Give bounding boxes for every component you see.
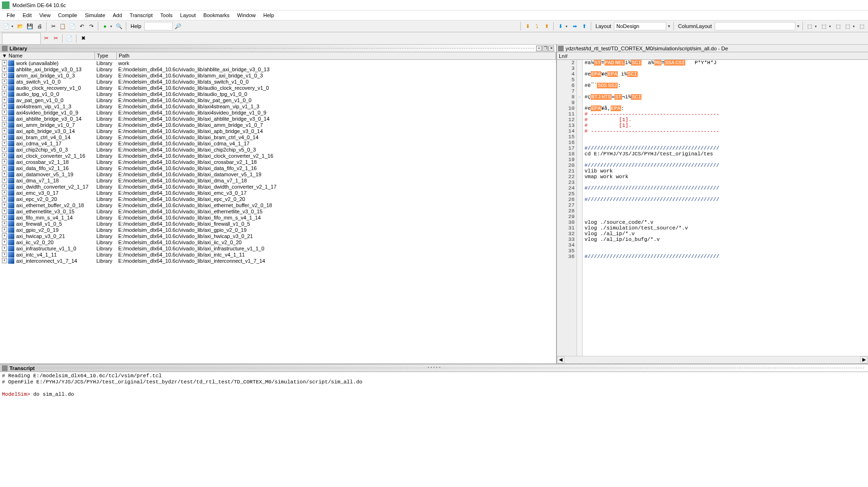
library-row[interactable]: +axi_ethernet_buffer_v2_0_18LibraryE:/mo… <box>0 202 556 208</box>
doc-icon[interactable]: 📄 <box>65 34 74 43</box>
expand-icon[interactable]: + <box>2 190 7 195</box>
expand-icon[interactable]: + <box>2 147 7 152</box>
expand-icon[interactable]: + <box>2 134 7 140</box>
library-row[interactable]: +axi_apb_bridge_v3_0_14LibraryE:/modelsi… <box>0 128 556 134</box>
library-row[interactable]: +axi_gpio_v2_0_19LibraryE:/modelsim_dlx6… <box>0 227 556 233</box>
expand-icon[interactable]: + <box>2 141 7 146</box>
menu-tools[interactable]: Tools <box>157 11 177 19</box>
expand-icon[interactable]: + <box>2 196 7 201</box>
library-row[interactable]: +axi_datamover_v5_1_19LibraryE:/modelsim… <box>0 171 556 177</box>
library-row[interactable]: +av_pat_gen_v1_0_0LibraryE:/modelsim_dlx… <box>0 97 556 103</box>
run-button[interactable]: ⬇ <box>556 22 565 30</box>
library-row[interactable]: +axi_crossbar_v2_1_18LibraryE:/modelsim_… <box>0 159 556 165</box>
library-row[interactable]: +axi_cdma_v4_1_17LibraryE:/modelsim_dlx6… <box>0 140 556 146</box>
menu-compile[interactable]: Compile <box>54 11 81 19</box>
expand-icon[interactable]: + <box>2 73 7 78</box>
tool3-button[interactable]: ⬚ <box>834 22 842 30</box>
editor-hscrollbar[interactable]: ◀ ▶ <box>557 356 868 363</box>
break-button[interactable]: ⬆ <box>580 22 588 30</box>
library-row[interactable]: +axi_infrastructure_v1_1_0LibraryE:/mode… <box>0 245 556 251</box>
library-row[interactable]: +axi_hwicap_v3_0_21LibraryE:/modelsim_dl… <box>0 233 556 239</box>
collayout-dropdown-icon[interactable]: ▼ <box>796 24 800 29</box>
expand-icon[interactable]: + <box>2 60 7 66</box>
expand-icon[interactable]: + <box>2 79 7 84</box>
library-row[interactable]: +axi_dma_v7_1_18LibraryE:/modelsim_dlx64… <box>0 177 556 183</box>
library-row[interactable]: +axi_chip2chip_v5_0_3LibraryE:/modelsim_… <box>0 146 556 153</box>
panel-dock-button[interactable]: + <box>536 46 542 51</box>
library-row[interactable]: +axi4stream_vip_v1_1_3LibraryE:/modelsim… <box>0 103 556 109</box>
expand-icon[interactable]: + <box>2 221 7 226</box>
expand-icon[interactable]: + <box>2 128 7 134</box>
expand-icon[interactable]: + <box>2 178 7 183</box>
panel-close-button[interactable]: ✕ <box>548 46 554 51</box>
library-row[interactable]: +axi_iic_v2_0_20LibraryE:/modelsim_dlx64… <box>0 239 556 245</box>
library-row[interactable]: +work (unavailable)Librarywork <box>0 60 556 66</box>
layout-dropdown-icon[interactable]: ▼ <box>667 24 671 29</box>
expand-icon[interactable]: + <box>2 209 7 214</box>
compile-button[interactable]: ● <box>101 22 109 30</box>
paste-button[interactable]: 📄 <box>68 22 76 30</box>
library-row[interactable]: +axi_interconnect_v1_7_14LibraryE:/model… <box>0 258 556 264</box>
library-row[interactable]: +axi_amm_bridge_v1_0_7LibraryE:/modelsim… <box>0 122 556 128</box>
library-row[interactable]: +axi_ethernetlite_v3_0_15LibraryE:/model… <box>0 208 556 214</box>
save-button[interactable]: 💾 <box>26 22 34 30</box>
find-button[interactable]: 🔍 <box>115 22 123 30</box>
menu-view[interactable]: View <box>36 11 55 19</box>
scroll-right-icon[interactable]: ▶ <box>860 356 868 363</box>
expand-icon[interactable]: + <box>2 67 7 72</box>
library-row[interactable]: +ats_switch_v1_0_0LibraryE:/modelsim_dlx… <box>0 78 556 85</box>
help-search-input[interactable] <box>144 22 173 30</box>
menu-bookmarks[interactable]: Bookmarks <box>199 11 233 19</box>
collayout-select[interactable] <box>715 22 795 30</box>
cut-button[interactable]: ✂ <box>49 22 57 30</box>
expand-icon[interactable]: + <box>2 227 7 232</box>
new-button[interactable]: 📄 <box>2 22 10 30</box>
expand-icon[interactable]: + <box>2 184 7 189</box>
editor-fold-column[interactable]: - <box>577 60 583 356</box>
col-name-header[interactable]: ▼ Name <box>0 52 95 59</box>
expand-icon[interactable]: + <box>2 104 7 109</box>
expand-icon[interactable]: + <box>2 153 7 158</box>
expand-icon[interactable]: + <box>2 252 7 257</box>
expand-icon[interactable]: + <box>2 202 7 208</box>
expand-icon[interactable]: + <box>2 165 7 171</box>
step-into-button[interactable]: ⬇ <box>523 22 532 30</box>
expand-icon[interactable]: + <box>2 97 7 103</box>
menu-help[interactable]: Help <box>259 11 278 19</box>
redo-button[interactable]: ↷ <box>87 22 95 30</box>
open-button[interactable]: 📂 <box>16 22 25 30</box>
library-row[interactable]: +axi_fifo_mm_s_v4_1_14LibraryE:/modelsim… <box>0 214 556 220</box>
menu-add[interactable]: Add <box>109 11 126 19</box>
menu-transcript[interactable]: Transcript <box>126 11 157 19</box>
library-row[interactable]: +axi_data_fifo_v2_1_16LibraryE:/modelsim… <box>0 165 556 171</box>
library-row[interactable]: +axi_epc_v2_0_20LibraryE:/modelsim_dlx64… <box>0 196 556 202</box>
expand-icon[interactable]: + <box>2 246 7 251</box>
active-tab[interactable] <box>2 33 41 44</box>
expand-icon[interactable]: + <box>2 159 7 164</box>
transcript-output[interactable]: # Reading E:/modelsim_dlx64_10.6c/tcl/vs… <box>0 372 868 487</box>
continue-button[interactable]: ➡ <box>570 22 579 30</box>
menu-simulate[interactable]: Simulate <box>81 11 109 19</box>
library-row[interactable]: +audio_tpg_v1_0_0LibraryE:/modelsim_dlx6… <box>0 91 556 97</box>
x-cut-icon[interactable]: ✂ <box>42 34 50 43</box>
menu-file[interactable]: File <box>3 11 19 19</box>
expand-icon[interactable]: + <box>2 233 7 239</box>
expand-icon[interactable]: + <box>2 85 7 90</box>
undo-button[interactable]: ↶ <box>77 22 86 30</box>
menu-layout[interactable]: Layout <box>176 11 199 19</box>
col-path-header[interactable]: Path <box>117 52 556 59</box>
print-button[interactable]: 🖨 <box>35 22 44 30</box>
editor-text-area[interactable]: #a¼ST=PADNELi¾SCI a¾MG=SSACSI P*Y*H*J#eE… <box>583 60 868 356</box>
step-over-button[interactable]: ⤵ <box>533 22 541 30</box>
tool2-button[interactable]: ⬚ <box>820 22 828 30</box>
library-row[interactable]: +amm_axi_bridge_v1_0_3LibraryE:/modelsim… <box>0 72 556 78</box>
menu-edit[interactable]: Edit <box>19 11 36 19</box>
library-row[interactable]: +axi_emc_v3_0_17LibraryE:/modelsim_dlx64… <box>0 190 556 196</box>
library-row[interactable]: +axi_clock_converter_v2_1_16LibraryE:/mo… <box>0 153 556 159</box>
expand-icon[interactable]: + <box>2 110 7 115</box>
menu-window[interactable]: Window <box>233 11 259 19</box>
tool4-button[interactable]: ⬚ <box>843 22 852 30</box>
expand-icon[interactable]: + <box>2 116 7 121</box>
editor-tab-title[interactable]: ydzr/test/td_rtl_test/TD_CORTEX_M0/simul… <box>557 45 868 52</box>
library-row[interactable]: +axi_firewall_v1_0_5LibraryE:/modelsim_d… <box>0 220 556 227</box>
